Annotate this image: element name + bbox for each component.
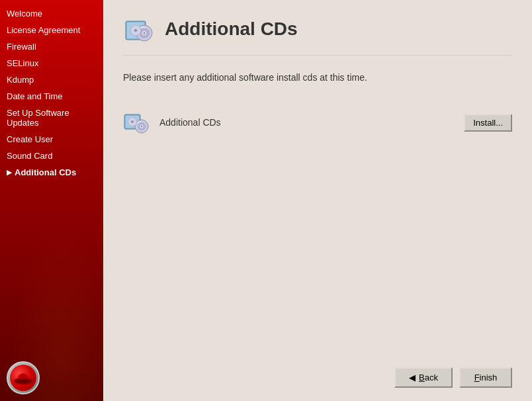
finish-button-label: Finish — [474, 373, 498, 382]
svg-point-18 — [131, 120, 134, 123]
page-title: Additional CDs — [165, 19, 298, 40]
header-cd-icon-svg — [123, 13, 155, 45]
sidebar-item-datetime[interactable]: Date and Time — [0, 88, 103, 105]
install-button[interactable]: Install... — [464, 114, 512, 132]
svg-point-8 — [144, 32, 146, 34]
main-layout: Welcome License Agreement Firewall SELin… — [0, 0, 532, 401]
active-arrow-icon: ▶ — [7, 169, 12, 176]
sidebar-item-label: Kdump — [7, 75, 34, 85]
finish-button[interactable]: Finish — [459, 367, 512, 388]
sidebar-item-sound-card[interactable]: Sound Card — [0, 148, 103, 164]
svg-point-2 — [17, 379, 30, 383]
back-button-label: Back — [419, 373, 438, 382]
content-area: Additional CDs Please insert any additio… — [103, 0, 532, 401]
sidebar: Welcome License Agreement Firewall SELin… — [0, 0, 103, 401]
sidebar-item-additional-cds[interactable]: ▶ Additional CDs — [0, 164, 103, 181]
content-footer: ◀ Back Finish — [123, 354, 512, 388]
svg-point-16 — [141, 126, 142, 127]
sidebar-item-label: Set Up Software Updates — [7, 108, 97, 128]
back-button[interactable]: ◀ Back — [394, 367, 453, 388]
svg-point-10 — [134, 29, 137, 32]
sidebar-item-license[interactable]: License Agreement — [0, 22, 103, 38]
sidebar-item-firewall[interactable]: Firewall — [0, 38, 103, 55]
back-underline-b: B — [419, 373, 425, 382]
finish-underline-f: F — [474, 373, 480, 382]
sidebar-item-label: Firewall — [7, 42, 36, 52]
sidebar-item-label: Sound Card — [7, 151, 52, 161]
sidebar-item-label: Create User — [7, 134, 53, 144]
sidebar-item-label: Date and Time — [7, 91, 63, 101]
header-cd-icon — [123, 13, 155, 45]
redhat-logo — [7, 361, 40, 394]
back-arrow-icon: ◀ — [409, 373, 416, 382]
cd-item-label: Additional CDs — [159, 117, 454, 128]
sidebar-item-label: Welcome — [7, 9, 42, 19]
sidebar-item-welcome[interactable]: Welcome — [0, 5, 103, 22]
cd-item-icon-svg — [123, 109, 150, 136]
sidebar-nav: Welcome License Agreement Firewall SELin… — [0, 0, 103, 181]
sidebar-item-kdump[interactable]: Kdump — [0, 71, 103, 88]
sidebar-item-selinux[interactable]: SELinux — [0, 55, 103, 71]
redhat-logo-inner — [10, 365, 36, 391]
cd-item-icon — [123, 109, 150, 136]
sidebar-item-create-user[interactable]: Create User — [0, 131, 103, 148]
redhat-logo-svg — [12, 367, 34, 389]
sidebar-item-label: License Agreement — [7, 25, 80, 35]
sidebar-item-label: Additional CDs — [15, 167, 76, 177]
content-header: Additional CDs — [123, 13, 512, 56]
sidebar-item-label: SELinux — [7, 58, 38, 68]
cd-item-row: Additional CDs Install... — [123, 109, 512, 136]
content-description: Please insert any additional software in… — [123, 72, 512, 83]
sidebar-item-software-updates[interactable]: Set Up Software Updates — [0, 105, 103, 131]
